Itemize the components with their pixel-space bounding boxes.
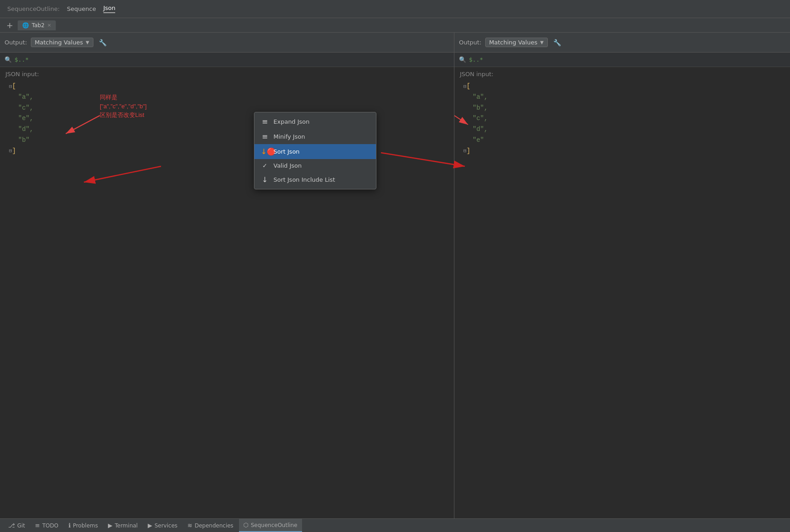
- right-line-6: "e": [463, 135, 785, 146]
- left-line-2: "a",: [9, 92, 449, 103]
- left-search-icon[interactable]: 🔍: [5, 56, 12, 63]
- left-output-bar: Output: Matching Values ▼ 🔧: [0, 33, 454, 53]
- left-line-4: "e",: [9, 113, 449, 124]
- left-json-label: JSON input:: [0, 67, 454, 79]
- right-fold-close-icon[interactable]: ⊟: [463, 147, 467, 155]
- browser-tab[interactable]: 🌐 Tab2 ×: [18, 20, 56, 30]
- status-problems[interactable]: ℹ Problems: [64, 519, 102, 532]
- title-bar: SequenceOutline: Sequence Json: [0, 0, 790, 18]
- right-bracket-close: ]: [467, 146, 470, 157]
- left-bracket-close: ]: [12, 146, 16, 157]
- right-output-dropdown[interactable]: Matching Values ▼: [485, 38, 548, 47]
- problems-icon: ℹ: [68, 522, 71, 529]
- right-fold-open-icon[interactable]: ⊟: [463, 82, 467, 91]
- tab-close-button[interactable]: ×: [47, 22, 51, 28]
- menu-label-expand: Expand Json: [273, 118, 310, 125]
- status-git-label: Git: [17, 522, 25, 529]
- git-icon: ⎇: [8, 522, 15, 529]
- status-todo-label: TODO: [42, 522, 58, 529]
- left-output-value: Matching Values: [35, 39, 83, 46]
- right-dropdown-arrow-icon: ▼: [540, 40, 544, 45]
- left-line-1: ⊟ [: [9, 81, 449, 92]
- right-line-4: "c",: [463, 113, 785, 124]
- right-line-5: "d",: [463, 124, 785, 135]
- right-val-a: "a",: [473, 92, 488, 103]
- right-val-d: "d",: [473, 124, 488, 135]
- fold-open-icon[interactable]: ⊟: [9, 82, 12, 91]
- right-val-e: "e": [473, 135, 484, 146]
- menu-item-valid[interactable]: ✓ Valid Json: [254, 159, 376, 172]
- expand-json-icon: ≡: [261, 117, 269, 126]
- right-line-2: "a",: [463, 92, 785, 103]
- right-val-b: "b",: [473, 103, 488, 114]
- status-sequenceoutline-label: SequenceOutline: [251, 522, 297, 528]
- right-line-7: ⊟ ]: [463, 146, 785, 157]
- right-panel: Output: Matching Values ▼ 🔧 🔍 $..* JSON …: [454, 33, 790, 518]
- status-terminal[interactable]: ▶ Terminal: [103, 519, 142, 532]
- left-dropdown-arrow-icon: ▼: [86, 40, 89, 45]
- status-dependencies-label: Dependencies: [195, 522, 233, 529]
- context-menu: ≡ Expand Json ≡ Minify Json ↓🔴 Sort Json…: [254, 112, 376, 189]
- right-val-c: "c",: [473, 113, 488, 124]
- tab-bar: + 🌐 Tab2 ×: [0, 18, 790, 33]
- status-git[interactable]: ⎇ Git: [4, 519, 29, 532]
- right-output-value: Matching Values: [489, 39, 537, 46]
- right-wrench-icon[interactable]: 🔧: [553, 39, 561, 46]
- menu-label-sort-list: Sort Json Include List: [273, 176, 335, 183]
- right-bracket-open: [: [467, 81, 470, 92]
- left-val-e: "e",: [18, 113, 34, 124]
- left-val-d: "d",: [18, 124, 34, 135]
- add-tab-button[interactable]: +: [4, 20, 16, 30]
- tab-label: Tab2: [32, 22, 44, 29]
- valid-json-icon: ✓: [261, 162, 269, 169]
- right-line-1: ⊟ [: [463, 81, 785, 92]
- right-output-label: Output:: [459, 39, 482, 46]
- dependencies-icon: ≋: [187, 522, 192, 529]
- right-search-icon[interactable]: 🔍: [459, 56, 466, 63]
- menu-item-expand[interactable]: ≡ Expand Json: [254, 114, 376, 129]
- status-problems-label: Problems: [73, 522, 98, 529]
- left-json-area[interactable]: ⊟ [ "a", "c", "e", "d", "b" ⊟ ]: [0, 79, 454, 518]
- fold-close-icon[interactable]: ⊟: [9, 147, 12, 155]
- right-line-3: "b",: [463, 103, 785, 114]
- right-json-label: JSON input:: [454, 67, 790, 79]
- globe-icon: 🌐: [22, 22, 29, 29]
- left-val-b: "b": [18, 135, 29, 146]
- main-content: Output: Matching Values ▼ 🔧 🔍 $..* JSON …: [0, 33, 790, 518]
- status-terminal-label: Terminal: [115, 522, 138, 529]
- right-output-bar: Output: Matching Values ▼ 🔧: [454, 33, 790, 53]
- sort-json-icon: ↓🔴: [261, 147, 269, 156]
- tab-sequence[interactable]: Sequence: [67, 5, 96, 12]
- status-todo[interactable]: ≡ TODO: [30, 519, 63, 532]
- tab-json[interactable]: Json: [103, 5, 116, 13]
- menu-item-sort-list[interactable]: ↓ Sort Json Include List: [254, 172, 376, 187]
- left-val-c: "c",: [18, 103, 34, 114]
- left-line-7: ⊟ ]: [9, 146, 449, 157]
- sequenceoutline-icon: ⬡: [244, 522, 249, 528]
- right-json-area[interactable]: ⊟ [ "a", "b", "c", "d", "e" ⊟ ]: [454, 79, 790, 518]
- menu-label-minify: Minify Json: [273, 133, 305, 140]
- left-search-bar: 🔍 $..*: [0, 53, 454, 67]
- left-panel: Output: Matching Values ▼ 🔧 🔍 $..* JSON …: [0, 33, 454, 518]
- menu-label-sort: Sort Json: [273, 148, 300, 155]
- right-search-path: $..*: [469, 56, 483, 63]
- menu-item-sort[interactable]: ↓🔴 Sort Json: [254, 144, 376, 159]
- sort-list-icon: ↓: [261, 175, 269, 184]
- status-sequenceoutline[interactable]: ⬡ SequenceOutline: [239, 519, 302, 532]
- status-services[interactable]: ▶ Services: [143, 519, 182, 532]
- right-search-bar: 🔍 $..*: [454, 53, 790, 67]
- left-output-dropdown[interactable]: Matching Values ▼: [31, 38, 93, 47]
- services-icon: ▶: [148, 522, 152, 529]
- minify-json-icon: ≡: [261, 132, 269, 141]
- left-bracket-open: [: [12, 81, 16, 92]
- left-val-a: "a",: [18, 92, 34, 103]
- left-line-3: "c",: [9, 103, 449, 114]
- menu-label-valid: Valid Json: [273, 162, 302, 169]
- menu-item-minify[interactable]: ≡ Minify Json: [254, 129, 376, 144]
- terminal-icon: ▶: [108, 522, 112, 529]
- status-bar: ⎇ Git ≡ TODO ℹ Problems ▶ Terminal ▶ Ser…: [0, 518, 790, 532]
- status-dependencies[interactable]: ≋ Dependencies: [183, 519, 238, 532]
- todo-icon: ≡: [35, 522, 40, 529]
- left-wrench-icon[interactable]: 🔧: [99, 39, 107, 46]
- left-line-5: "d",: [9, 124, 449, 135]
